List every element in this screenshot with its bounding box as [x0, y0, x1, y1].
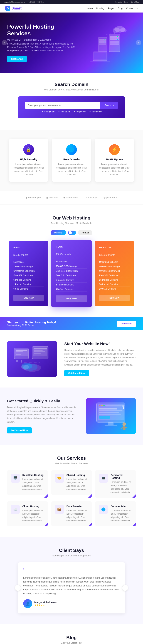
service-shared-desc: Lorem ipsum dolor sit amet, consectetur … — [66, 478, 88, 491]
corner-accent — [132, 494, 136, 498]
svg-line-59 — [126, 427, 128, 428]
start-website-desc: Smartmed web hosting provides a rich arr… — [64, 348, 136, 366]
service-dedicated-body: Dedicated Hosting Lorem ipsum dolor sit … — [110, 474, 132, 494]
brand-codecanyon: ◈codecanyon — [26, 196, 41, 199]
service-dedicated: 💻 Dedicated Hosting Lorem ipsum dolor si… — [95, 470, 136, 498]
svg-point-38 — [21, 365, 29, 370]
premium-buy-button[interactable]: Buy Now — [99, 295, 130, 301]
search-row: Search › — [25, 102, 118, 109]
nav-blog[interactable]: Blog — [118, 7, 122, 10]
list-item: 5 Sub Domains — [14, 287, 44, 291]
testimonial-prev-btn[interactable]: ‹ — [15, 585, 21, 591]
list-item: 25 Include Domains — [99, 278, 130, 282]
service-cloud-desc: Lorem ipsum dolor sit amet, consectetur … — [22, 509, 44, 523]
start-website-cta[interactable]: Get Started Now — [64, 370, 89, 376]
topbar-phone: +1 (786) 476-3751 — [27, 1, 44, 3]
service-domain-title: Domain Sale — [110, 505, 132, 508]
unlimited-text-group: Start your Unlimited Hosting Today! Star… — [7, 321, 56, 326]
testimonial-next-btn[interactable]: › — [122, 585, 128, 591]
list-item: 500 GB SSD Storage — [99, 264, 130, 269]
domain-search-input[interactable] — [25, 102, 100, 109]
cloud-icon: ☁️ — [11, 505, 20, 514]
monthly-toggle[interactable]: Monthly — [50, 230, 66, 236]
nav-pages[interactable]: Pages — [108, 7, 114, 10]
plus-buy-button[interactable]: Buy Now — [56, 296, 87, 302]
svg-rect-9 — [110, 41, 119, 43]
toggle-switch[interactable] — [68, 230, 76, 235]
brand-themeforest: ◆themeforest — [63, 196, 78, 199]
hero-cta-button[interactable]: Get Started — [7, 56, 27, 62]
register-link[interactable]: Register — [115, 1, 122, 3]
unlimited-order-button[interactable]: Order Now — [117, 321, 136, 327]
basic-price: $2.95/ month — [14, 250, 44, 257]
service-domain-sale: 🌐 Domain Sale Lorem ipsum dolor sit amet… — [95, 501, 136, 526]
service-data-title: Data Transfer — [66, 505, 88, 508]
svg-rect-25 — [16, 352, 23, 352]
svg-point-11 — [117, 36, 118, 37]
service-data-card: 📦 Data Transfer Lorem ipsum dolor sit am… — [51, 501, 92, 526]
svg-rect-24 — [16, 350, 27, 351]
premium-features: Unlimited websites 500 GB SSD Storage Un… — [99, 260, 130, 291]
topbar: example@example.com +1 (786) 476-3751 Re… — [0, 0, 143, 4]
get-started-cta[interactable]: Get Started Now — [7, 427, 32, 434]
nav-hosting[interactable]: Hosting — [96, 7, 104, 10]
author-name: Margaret Robinson — [34, 601, 57, 604]
service-shared-title: Shared Hosting — [66, 474, 88, 476]
get-started-content: Get Started Quickly & Easily Drop and dr… — [7, 399, 79, 434]
list-item: 10 GB SSD Storage — [14, 264, 44, 269]
svg-rect-54 — [104, 425, 117, 426]
get-started-svg — [90, 399, 132, 433]
plus-features: 50 websites 250 GB SSD Storage Unmetered… — [56, 260, 87, 292]
nav-links: Home Hosting Pages Blog Contact Us — [86, 7, 138, 10]
annual-toggle[interactable]: Annual — [78, 230, 92, 236]
svg-rect-57 — [123, 426, 126, 430]
feature-uptime: ⚡ 99.9% Uptime Lorem ipsum dolor sit ame… — [95, 139, 134, 182]
services-grid: 🖥️ Resellers Hosting Lorem ipsum dolor s… — [7, 470, 136, 526]
testimonial-quote: Lorem ipsum dolor sit amet, consectetur … — [23, 576, 120, 596]
list-item: 5 Include Domains — [14, 278, 44, 282]
svg-point-5 — [104, 42, 106, 42]
svg-rect-33 — [34, 352, 45, 352]
corner-accent — [44, 494, 48, 498]
livechat-link[interactable]: Live Chat — [131, 1, 140, 3]
ext-info: ✔ .info $5.69 — [89, 110, 102, 113]
hero-next-btn[interactable]: › — [136, 40, 141, 46]
hero-prev-btn[interactable]: ‹ — [2, 40, 7, 46]
domain-search-button[interactable]: Search › — [100, 102, 118, 109]
topbar-email: example@example.com — [4, 1, 25, 3]
uptime-icon: ⚡ — [109, 144, 120, 155]
svg-rect-20 — [94, 52, 106, 59]
feature-uptime-desc: Lorem ipsum dolor sit amet, consectetur … — [98, 163, 130, 176]
nav-contact[interactable]: Contact Us — [126, 7, 138, 10]
plus-name: PLUS — [56, 245, 87, 248]
list-item: Unmetered Bandwidth — [14, 269, 44, 273]
topbar-right: Register Login Live Chat — [114, 1, 140, 3]
nav-home[interactable]: Home — [86, 7, 93, 10]
start-website-section: Start Your Website Now! Smartmed web hos… — [0, 330, 143, 388]
brand-audiojungle: ♫audiojungle — [84, 196, 98, 199]
plus-price: $5.95/ month — [56, 250, 87, 257]
start-website-title: Start Your Website Now! — [64, 342, 136, 346]
features-section: 🔒 High Security Lorem ipsum dolor sit am… — [0, 130, 143, 191]
testimonial-author: 👤 Margaret Robinson ★★★★★ — [23, 599, 120, 608]
service-shared-card: 🤝 Shared Hosting Lorem ipsum dolor sit a… — [51, 470, 92, 495]
svg-point-46 — [103, 405, 105, 406]
service-resellers-card: 🖥️ Resellers Hosting Lorem ipsum dolor s… — [7, 470, 48, 495]
brand-3docean: ◉3docean — [46, 196, 58, 199]
login-link[interactable]: Login — [124, 1, 129, 3]
unlimited-title: Start your Unlimited Hosting Today! — [7, 321, 56, 324]
list-item: 5 Parked Domains — [56, 282, 87, 287]
list-item: 50 Parked Domains — [99, 282, 130, 287]
plan-plus: PLUS $5.95/ month 50 websites 250 GB SSD… — [51, 240, 92, 308]
svg-rect-52 — [99, 416, 110, 418]
testimonials-subtitle: See People Our Customers Opinions — [7, 554, 136, 557]
blog-section: Blog Get Your Latest Post Hosting 55 Bes… — [0, 624, 143, 644]
search-domain-subtitle: You Can Get Very Cheap And Special Domai… — [7, 88, 136, 91]
feature-uptime-title: 99.9% Uptime — [98, 158, 130, 161]
hero-graphic — [86, 25, 136, 60]
basic-buy-button[interactable]: Buy Now — [14, 295, 44, 301]
svg-rect-48 — [99, 408, 117, 410]
hero-section: ‹ Powerful Hosting Services Up to 50% OF… — [0, 12, 143, 73]
service-data: 📦 Data Transfer Lorem ipsum dolor sit am… — [51, 501, 92, 526]
search-domain-title: Search Domain — [7, 82, 136, 87]
